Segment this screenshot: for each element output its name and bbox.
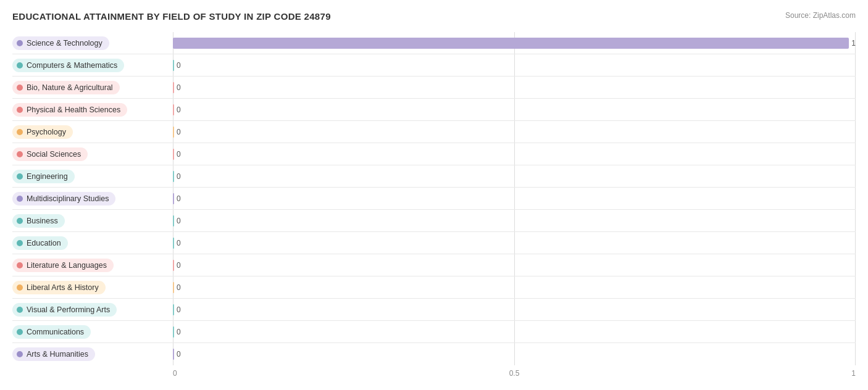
bar-container: 0 (173, 281, 856, 294)
label-pill: Bio, Nature & Agricultural (12, 81, 173, 94)
label-pill: Science & Technology (12, 36, 173, 50)
category-pill: Engineering (12, 170, 75, 183)
bar-value-label: 0 (177, 328, 181, 336)
bar (173, 60, 174, 71)
bar-label: Multidisciplinary Studies (27, 194, 109, 203)
label-pill: Liberal Arts & History (12, 281, 173, 294)
category-pill: Multidisciplinary Studies (12, 192, 115, 205)
bar-container: 0 (173, 259, 856, 272)
bar-row: Business0 (12, 210, 856, 232)
bar-container: 0 (173, 347, 856, 361)
bar (173, 171, 174, 182)
bar-label: Social Sciences (27, 150, 81, 159)
bar-label: Science & Technology (27, 39, 102, 48)
bar-row: Science & Technology1 (12, 32, 856, 54)
bar-value-label: 0 (177, 194, 181, 203)
chart-title: EDUCATIONAL ATTAINMENT BY FIELD OF STUDY… (12, 11, 331, 22)
category-pill: Visual & Performing Arts (12, 303, 117, 317)
bar-label: Education (27, 239, 61, 247)
bar-value-label: 0 (177, 350, 181, 359)
category-pill: Arts & Humanities (12, 347, 95, 361)
x-axis-labels: 00.51 (173, 368, 856, 378)
bar (173, 304, 174, 315)
bar-row: Literature & Languages0 (12, 254, 856, 276)
bar-value-label: 1 (851, 39, 856, 48)
bar-row: Multidisciplinary Studies0 (12, 188, 856, 210)
bar-label: Communications (27, 328, 84, 336)
pill-dot (17, 107, 23, 113)
bar-container: 0 (173, 81, 856, 94)
category-pill: Psychology (12, 125, 73, 139)
bar-label: Visual & Performing Arts (27, 305, 110, 314)
bar-label: Arts & Humanities (27, 350, 88, 359)
bar (173, 349, 174, 360)
bar-value-label: 0 (177, 261, 181, 270)
category-pill: Literature & Languages (12, 259, 114, 272)
bar-container: 0 (173, 303, 856, 317)
bar-label: Bio, Nature & Agricultural (27, 83, 113, 92)
bar (173, 193, 174, 204)
chart-area: Science & Technology1Computers & Mathema… (12, 32, 856, 378)
bar-value-label: 0 (177, 61, 181, 70)
bar (173, 326, 174, 338)
pill-dot (17, 351, 23, 357)
bar (173, 260, 174, 271)
bar-row: Social Sciences0 (12, 143, 856, 165)
bar-container: 0 (173, 325, 856, 339)
label-pill: Arts & Humanities (12, 347, 173, 361)
bar-label: Literature & Languages (27, 261, 107, 270)
pill-dot (17, 218, 23, 224)
label-pill: Multidisciplinary Studies (12, 192, 173, 205)
bar (173, 238, 174, 249)
label-pill: Communications (12, 325, 173, 339)
bar-row: Visual & Performing Arts0 (12, 299, 856, 321)
label-pill: Literature & Languages (12, 259, 173, 272)
x-axis-label: 1 (851, 369, 856, 378)
label-pill: Visual & Performing Arts (12, 303, 173, 317)
bar-row: Computers & Mathematics0 (12, 54, 856, 77)
label-pill: Psychology (12, 125, 173, 139)
bar-value-label: 0 (177, 172, 181, 181)
category-pill: Liberal Arts & History (12, 281, 106, 294)
category-pill: Communications (12, 325, 91, 339)
bar-row: Arts & Humanities0 (12, 343, 856, 365)
bar (173, 38, 849, 49)
pill-dot (17, 262, 23, 268)
bar-value-label: 0 (177, 128, 181, 136)
bar-row: Bio, Nature & Agricultural0 (12, 77, 856, 99)
category-pill: Science & Technology (12, 36, 109, 50)
bar (173, 282, 174, 293)
bars-wrapper: Science & Technology1Computers & Mathema… (12, 32, 856, 365)
pill-dot (17, 329, 23, 335)
pill-dot (17, 85, 23, 91)
pill-dot (17, 307, 23, 313)
bar-label: Business (27, 217, 58, 225)
bar-value-label: 0 (177, 83, 181, 92)
bar-row: Communications0 (12, 321, 856, 343)
bar-value-label: 0 (177, 283, 181, 292)
bar-value-label: 0 (177, 106, 181, 114)
bar-container: 0 (173, 59, 856, 72)
bar-container: 0 (173, 147, 856, 161)
pill-dot (17, 151, 23, 157)
bar-label: Engineering (27, 172, 68, 181)
bar-value-label: 0 (177, 305, 181, 314)
bar-label: Physical & Health Sciences (27, 106, 120, 114)
bar-container: 0 (173, 214, 856, 228)
source-label: Source: ZipAtlas.com (785, 11, 856, 20)
bar-container: 1 (173, 36, 856, 50)
label-pill: Computers & Mathematics (12, 59, 173, 72)
bar-label: Liberal Arts & History (27, 283, 99, 292)
label-pill: Physical & Health Sciences (12, 103, 173, 117)
bar-value-label: 0 (177, 150, 181, 159)
bar-container: 0 (173, 125, 856, 139)
bar-container: 0 (173, 192, 856, 205)
bar (173, 215, 174, 226)
pill-dot (17, 240, 23, 246)
bar (173, 82, 174, 93)
bar (173, 149, 174, 160)
bar-row: Engineering0 (12, 165, 856, 188)
bar-label: Psychology (27, 128, 66, 136)
bar-row: Psychology0 (12, 121, 856, 143)
category-pill: Business (12, 214, 65, 228)
